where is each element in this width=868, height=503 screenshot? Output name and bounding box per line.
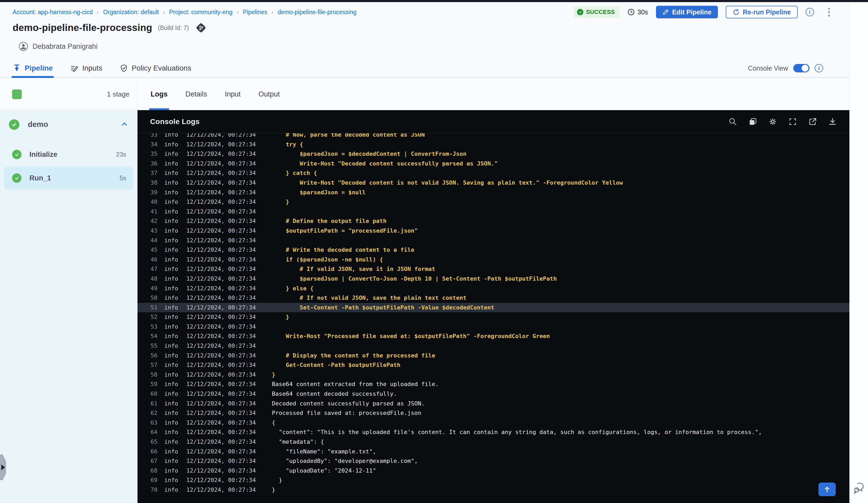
log-line-number: 36 [146,159,157,169]
log-row[interactable]: 36info12/12/2024, 00:27:34 Write-Host "D… [137,159,849,169]
more-options-button[interactable] [826,7,833,18]
log-row[interactable]: 69info12/12/2024, 00:27:34 } [137,475,849,485]
rerun-info-icon[interactable]: i [806,8,814,16]
log-level: info [164,245,178,255]
build-id: (Build Id: 7) [158,24,189,31]
log-row[interactable]: 70info12/12/2024, 00:27:34} [137,485,849,495]
log-row[interactable]: 55info12/12/2024, 00:27:34 [137,341,849,351]
log-level: info [164,447,178,457]
log-row[interactable]: 38info12/12/2024, 00:27:34 Write-Host "D… [137,178,849,188]
log-row[interactable]: 47info12/12/2024, 00:27:34 # If valid JS… [137,264,849,274]
log-line-number: 33 [146,133,157,140]
log-level: info [164,255,178,265]
edit-pipeline-button[interactable]: Edit Pipeline [656,6,718,18]
search-icon[interactable] [728,117,737,126]
scroll-to-top-button[interactable] [818,483,836,496]
log-message: # Now, parse the decoded content as JSON [272,133,425,140]
breadcrumb-item[interactable]: Account: app-harness-ng-cicd [13,9,93,16]
log-row[interactable]: 54info12/12/2024, 00:27:34 Write-Host "P… [137,332,849,341]
log-row[interactable]: 61info12/12/2024, 00:27:34Decoded conten… [137,399,849,409]
stage-group-demo[interactable]: demo [0,110,137,139]
log-level: info [164,284,178,293]
stage-status-square[interactable] [12,90,22,99]
open-in-new-icon[interactable] [808,117,817,126]
log-row[interactable]: 34info12/12/2024, 00:27:34 try { [137,140,849,149]
log-message: Get-Content -Path $outputFilePath [272,360,400,370]
support-chat-icon[interactable] [852,480,866,495]
log-row[interactable]: 51info12/12/2024, 00:27:34 Set-Content -… [137,303,849,313]
console-tab-logs[interactable]: Logs [151,78,168,110]
window-top-strip [0,0,868,2]
log-row[interactable]: 67info12/12/2024, 00:27:34 "uploadedBy":… [137,456,849,466]
log-row[interactable]: 40info12/12/2024, 00:27:34 } [137,197,849,207]
download-icon[interactable] [828,117,837,126]
chevron-up-icon[interactable] [121,120,128,129]
log-timestamp: 12/12/2024, 00:27:34 [186,437,259,447]
log-row[interactable]: 37info12/12/2024, 00:27:34 } catch { [137,168,849,178]
breadcrumb-item[interactable]: Project: community-eng [169,9,232,16]
console-view-info-icon[interactable]: i [815,64,823,72]
tab-inputs[interactable]: Inputs [70,59,102,77]
console-tab-input[interactable]: Input [225,78,241,110]
breadcrumb-item[interactable]: demo-pipeline-file-processing [278,9,356,16]
tab-policy-evaluations[interactable]: Policy Evaluations [120,59,191,77]
log-row[interactable]: 58info12/12/2024, 00:27:34} [137,370,849,380]
log-row[interactable]: 65info12/12/2024, 00:27:34 "metadata": { [137,437,849,447]
log-message: } [272,485,275,495]
log-timestamp: 12/12/2024, 00:27:34 [186,332,259,341]
log-row[interactable]: 68info12/12/2024, 00:27:34 "uploadDate":… [137,466,849,476]
log-row[interactable]: 56info12/12/2024, 00:27:34 # Display the… [137,351,849,360]
log-row[interactable]: 60info12/12/2024, 00:27:34Base64 content… [137,389,849,399]
triangle-right-icon [1,464,5,470]
log-message: # Display the content of the processed f… [272,351,435,360]
log-level: info [164,322,178,332]
step-item-initialize[interactable]: Initialize23s [4,143,133,166]
log-message: # Define the output file path [272,216,386,226]
status-label: SUCCESS [586,9,615,15]
rerun-pipeline-button[interactable]: Re-run Pipeline [726,6,798,18]
copy-icon[interactable] [748,117,757,126]
log-timestamp: 12/12/2024, 00:27:34 [186,428,259,437]
log-row[interactable]: 44info12/12/2024, 00:27:34 [137,236,849,245]
log-row[interactable]: 53info12/12/2024, 00:27:34 [137,322,849,332]
breadcrumb-item[interactable]: Organization: default [103,9,159,16]
main-tabs: Pipeline Inputs Policy Evaluations Conso… [0,59,849,78]
log-row[interactable]: 52info12/12/2024, 00:27:34 } [137,312,849,322]
log-row[interactable]: 35info12/12/2024, 00:27:34 $parsedJson =… [137,149,849,159]
console-view-toggle[interactable] [793,64,809,72]
log-row[interactable]: 42info12/12/2024, 00:27:34 # Define the … [137,216,849,226]
log-row[interactable]: 39info12/12/2024, 00:27:34 $parsedJson =… [137,188,849,198]
log-row[interactable]: 50info12/12/2024, 00:27:34 # If not vali… [137,293,849,303]
log-list: 33info12/12/2024, 00:27:34 # Now, parse … [137,133,849,495]
log-row[interactable]: 66info12/12/2024, 00:27:34 "fileName": "… [137,447,849,457]
log-level: info [164,466,178,476]
log-row[interactable]: 59info12/12/2024, 00:27:34Base64 content… [137,379,849,389]
log-scroll-area[interactable]: 33info12/12/2024, 00:27:34 # Now, parse … [137,133,849,503]
pipeline-execution-page: Account: app-harness-ng-cicd›Organizatio… [0,0,868,503]
log-row[interactable]: 33info12/12/2024, 00:27:34 # Now, parse … [137,133,849,140]
log-row[interactable]: 43info12/12/2024, 00:27:34 $outputFilePa… [137,226,849,236]
log-line-number: 40 [146,197,157,207]
log-row[interactable]: 62info12/12/2024, 00:27:34Processed file… [137,408,849,418]
log-timestamp: 12/12/2024, 00:27:34 [186,149,259,159]
log-row[interactable]: 63info12/12/2024, 00:27:34{ [137,418,849,428]
git-info-icon[interactable] [195,22,207,34]
log-line-number: 47 [146,264,157,274]
log-row[interactable]: 41info12/12/2024, 00:27:34 [137,207,849,217]
log-row[interactable]: 57info12/12/2024, 00:27:34 Get-Content -… [137,360,849,370]
settings-gear-icon[interactable] [768,117,777,126]
log-line-number: 54 [146,332,157,341]
log-row[interactable]: 46info12/12/2024, 00:27:34 if ($parsedJs… [137,255,849,265]
breadcrumb-item[interactable]: Pipelines [243,9,267,16]
log-message: $parsedJson = $null [272,188,366,198]
log-line-number: 53 [146,322,157,332]
step-item-run_1[interactable]: Run_15s [4,167,133,189]
console-tab-details[interactable]: Details [186,78,207,110]
log-row[interactable]: 48info12/12/2024, 00:27:34 $parsedJson |… [137,274,849,284]
log-row[interactable]: 49info12/12/2024, 00:27:34 } else { [137,284,849,293]
log-row[interactable]: 64info12/12/2024, 00:27:34 "content": "T… [137,428,849,437]
tab-pipeline[interactable]: Pipeline [13,59,53,77]
console-tab-output[interactable]: Output [258,78,280,110]
fullscreen-icon[interactable] [788,117,797,126]
log-row[interactable]: 45info12/12/2024, 00:27:34 # Write the d… [137,245,849,255]
